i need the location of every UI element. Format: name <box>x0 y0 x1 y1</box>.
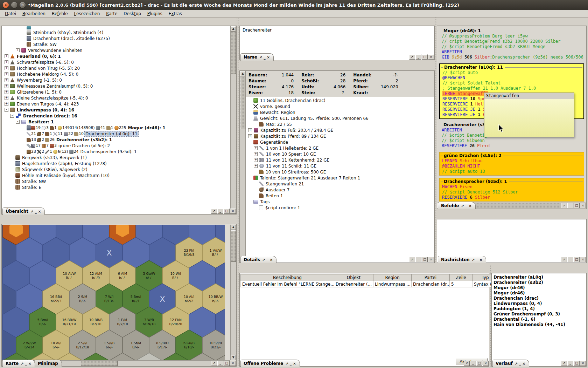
detach-icon[interactable]: ↗ <box>30 210 33 213</box>
maximize-icon[interactable]: □ <box>422 257 428 262</box>
column-header[interactable]: Zeile <box>450 274 472 281</box>
close-icon[interactable]: × <box>267 55 270 59</box>
minimize-icon[interactable]: _ <box>217 361 223 366</box>
close-icon[interactable]: × <box>580 361 586 366</box>
close-icon[interactable]: × <box>230 361 236 366</box>
order-line[interactable]: LERNEN Schiffbau <box>440 158 584 164</box>
minimize-icon[interactable]: _ <box>264 55 265 59</box>
collapse-icon[interactable]: - <box>5 108 8 112</box>
tree-row[interactable]: Gewicht: 611, Ladung 45, Pferde: 500, Pe… <box>246 115 434 121</box>
expand-icon[interactable]: + <box>5 60 8 64</box>
tree-row[interactable]: Straße: SW <box>3 41 230 47</box>
detach-icon[interactable]: ↗ <box>472 258 475 262</box>
scroll-thumb[interactable] <box>231 32 236 74</box>
expand-icon[interactable]: + <box>254 158 258 162</box>
history-item[interactable]: Hain von Diamenesia (44, -41) <box>493 322 586 327</box>
tree-row[interactable]: +1 von 1 Hellebarde: 2 GE <box>246 145 434 151</box>
tree-row[interactable]: +Schwarzfelsspitze (-6, 5): 0 <box>3 59 230 65</box>
order-group[interactable]: Drachensprecher (9z5d): 1MACHEN Eisen// … <box>439 178 584 202</box>
close-icon[interactable]: × <box>522 362 525 366</box>
minimize-icon[interactable]: _ <box>470 361 476 366</box>
expand-icon[interactable]: + <box>5 96 8 100</box>
column-header[interactable]: Beschreibung <box>241 274 334 281</box>
close-icon[interactable]: × <box>428 257 434 262</box>
detach-icon[interactable]: ↗ <box>409 54 415 60</box>
tree-row[interactable]: +Kleine Schwarzfelsspitze (-5, 4): 0 <box>3 95 230 101</box>
tab-map[interactable]: Karte ↗ _ × <box>2 360 35 367</box>
expand-icon[interactable]: + <box>248 128 252 132</box>
detach-icon[interactable]: ↗ <box>515 362 518 366</box>
scroll-thumb[interactable] <box>231 230 236 262</box>
minimize-icon[interactable]: _ <box>415 257 421 262</box>
scroll-up-icon[interactable]: ▲ <box>231 225 236 230</box>
expand-icon[interactable]: + <box>254 152 258 156</box>
close-icon[interactable]: × <box>580 257 586 262</box>
tab-name[interactable]: Name ↗ _ × <box>240 53 274 61</box>
order-line[interactable]: // $cript Benoetige 512 Silber <box>440 190 584 195</box>
tree-row[interactable]: Stangenwaffen 21 <box>246 181 434 187</box>
expand-icon[interactable]: + <box>5 66 8 70</box>
collapse-icon[interactable]: - <box>10 114 14 118</box>
minimize-icon[interactable]: _ <box>567 361 573 366</box>
tab-details[interactable]: Details ↗ _ × <box>240 256 276 263</box>
tab-history[interactable]: Verlauf ↗ _ × <box>492 360 529 367</box>
tree-row[interactable]: Bergwerk (s533), Bergwerk (1) <box>3 155 230 161</box>
window-close-button[interactable]: x <box>3 2 9 8</box>
close-icon[interactable]: × <box>479 258 482 262</box>
hex-map[interactable]: X23 Fl/lB/19/81 V/f/WB/-/-10 Al/WB/-/-12… <box>2 225 225 363</box>
minimize-icon[interactable]: _ <box>567 257 573 262</box>
collapse-icon[interactable]: - <box>16 120 20 124</box>
history-item[interactable]: Lindwurmpass (0, 4) <box>493 301 586 306</box>
order-group[interactable]: Mogur (dr46): 1// @suppressProblem Burg … <box>439 28 584 61</box>
tree-row[interactable]: Drachenhort (drac), Zitadelle (6275) <box>3 35 230 41</box>
close-icon[interactable]: × <box>483 361 489 366</box>
minimize-icon[interactable]: _ <box>35 210 37 213</box>
minimize-icon[interactable]: _ <box>567 203 573 208</box>
tree-row[interactable]: Straße: E <box>3 184 230 190</box>
order-line[interactable]: @BEZAHLEN NICHT <box>440 164 584 169</box>
expand-icon[interactable]: + <box>5 72 8 76</box>
detach-icon[interactable]: ↗ <box>561 203 567 208</box>
close-icon[interactable]: × <box>230 209 236 214</box>
order-line[interactable]: // $cript auto 13 <box>440 169 584 174</box>
tree-row[interactable]: 1773grüne Drachen (xL5e): 2 <box>3 143 230 149</box>
tree-row[interactable]: 11 Goblins, Drachenclan (drac) <box>246 97 434 103</box>
tree-row[interactable]: +Kapazität zu Fuß: 203,4 / 248,4 GE <box>246 127 434 133</box>
window-maximize-button[interactable]: ▫ <box>20 2 26 8</box>
tree-row[interactable]: +Kapazität zu Pferd: 89 / 134 GE <box>246 133 434 139</box>
order-line[interactable]: @BEWACHEN <box>440 75 583 81</box>
tab-overview[interactable]: Übersicht ↗ _ × <box>2 207 45 215</box>
tree-row[interactable]: +11 von 11 Schild: 11 GE <box>246 163 434 169</box>
tab-orders[interactable]: Befehle ↗ _ × <box>438 202 476 209</box>
menu-item-extras[interactable]: Extras <box>166 11 185 17</box>
tree-row[interactable]: +Wellnessoase Zentralsumpf (0, 5): 0 <box>3 83 230 89</box>
window-minimize-button[interactable]: – <box>11 2 17 8</box>
minimize-icon[interactable]: _ <box>290 362 292 366</box>
history-item[interactable]: Drachental (-1, 6) <box>493 317 586 322</box>
tree-row[interactable]: 2171112210Drachenreiter (aL0q): 11 <box>3 131 230 137</box>
column-header[interactable]: Partei <box>412 274 450 281</box>
history-item[interactable]: Mogur (dr46) <box>493 291 586 296</box>
maximize-icon[interactable]: □ <box>574 361 580 366</box>
close-icon[interactable]: × <box>293 362 296 366</box>
minimize-icon[interactable]: _ <box>217 209 223 214</box>
column-header[interactable]: Objekt <box>334 274 373 281</box>
detach-icon[interactable]: ↗ <box>285 362 288 366</box>
expand-icon[interactable]: + <box>5 78 8 82</box>
history-item[interactable]: Paddington (1, 4) <box>493 306 586 312</box>
expand-icon[interactable]: + <box>16 48 20 52</box>
expand-icon[interactable]: + <box>5 54 8 58</box>
splitter-left[interactable] <box>237 18 239 367</box>
tree-row[interactable]: Ausdauer 7 <box>246 187 434 193</box>
close-icon[interactable]: × <box>428 54 434 60</box>
order-line[interactable]: // $cript Soldat Talent <box>440 81 583 86</box>
detach-icon[interactable]: ↗ <box>561 257 567 262</box>
expand-icon[interactable]: + <box>5 84 8 88</box>
expand-icon[interactable]: + <box>254 146 258 150</box>
expand-icon[interactable]: + <box>5 90 8 94</box>
expand-icon[interactable]: + <box>248 134 252 138</box>
expand-icon[interactable]: + <box>5 102 8 106</box>
order-line[interactable]: // $cript auto <box>440 70 583 75</box>
tree-row[interactable]: +Hochebene Meldorg (-4, 5): 0 <box>3 71 230 77</box>
detach-icon[interactable]: ↗ <box>262 258 265 262</box>
